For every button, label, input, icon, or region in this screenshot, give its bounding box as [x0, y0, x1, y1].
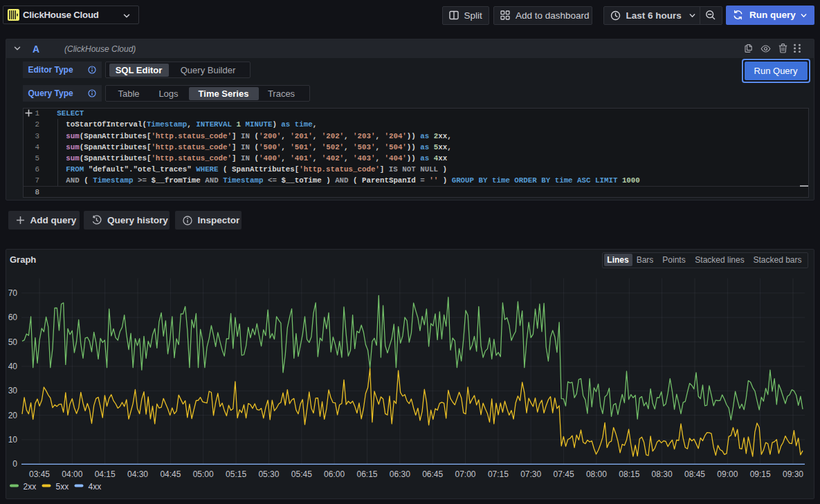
- svg-text:08:45: 08:45: [684, 469, 705, 479]
- svg-text:70: 70: [8, 288, 18, 298]
- svg-text:2xx: 2xx: [24, 482, 37, 492]
- svg-text:09:15: 09:15: [750, 469, 771, 479]
- svg-text:07:45: 07:45: [554, 469, 574, 479]
- svg-text:09:30: 09:30: [783, 469, 803, 479]
- svg-text:08:00: 08:00: [586, 469, 607, 479]
- svg-text:4xx: 4xx: [89, 482, 102, 492]
- svg-text:0: 0: [12, 459, 17, 469]
- svg-text:30: 30: [8, 386, 18, 395]
- svg-text:04:00: 04:00: [62, 469, 82, 479]
- svg-text:07:00: 07:00: [455, 469, 475, 479]
- svg-text:03:45: 03:45: [29, 469, 50, 479]
- svg-text:04:15: 04:15: [95, 469, 116, 479]
- svg-text:08:30: 08:30: [652, 469, 673, 479]
- svg-text:07:15: 07:15: [488, 469, 509, 479]
- svg-text:5xx: 5xx: [56, 482, 69, 492]
- svg-text:40: 40: [8, 362, 18, 371]
- svg-text:08:15: 08:15: [619, 469, 639, 479]
- svg-text:10: 10: [8, 435, 18, 445]
- svg-text:50: 50: [8, 337, 18, 347]
- svg-text:09:00: 09:00: [717, 469, 738, 479]
- svg-text:04:30: 04:30: [127, 469, 148, 479]
- svg-text:07:30: 07:30: [520, 469, 541, 479]
- svg-text:60: 60: [8, 312, 18, 322]
- svg-text:06:00: 06:00: [324, 469, 345, 479]
- svg-text:06:45: 06:45: [422, 469, 443, 479]
- svg-text:05:45: 05:45: [291, 469, 312, 479]
- svg-text:06:30: 06:30: [390, 469, 410, 479]
- svg-text:05:30: 05:30: [258, 469, 279, 479]
- svg-text:05:15: 05:15: [226, 469, 246, 479]
- svg-text:05:00: 05:00: [193, 469, 214, 479]
- svg-text:04:45: 04:45: [160, 469, 181, 479]
- svg-text:06:15: 06:15: [356, 469, 377, 479]
- svg-text:20: 20: [8, 411, 18, 420]
